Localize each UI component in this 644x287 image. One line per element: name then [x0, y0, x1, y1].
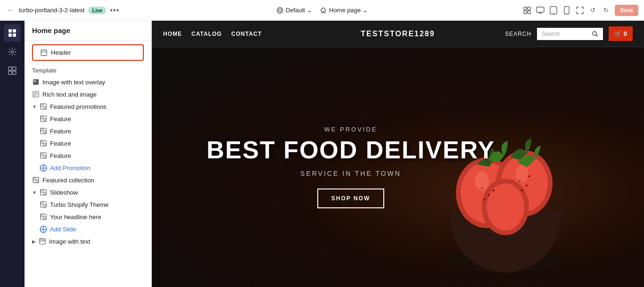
image-text-overlay-label: Image with text overlay — [42, 79, 105, 86]
sidebar-apps-icon[interactable] — [4, 62, 21, 79]
svg-rect-33 — [43, 107, 46, 109]
site-name: turbo-portland-3-2-latest — [19, 7, 84, 14]
svg-rect-17 — [13, 33, 16, 37]
sections-panel: Home page Header Template Image with tex… — [25, 21, 152, 287]
add-slide-button[interactable]: ⨁ Add Slide — [25, 223, 151, 235]
svg-rect-44 — [41, 153, 43, 156]
sidebar-item-feature-1[interactable]: Feature — [25, 113, 151, 125]
sidebar-item-feature-3[interactable]: Feature — [25, 137, 151, 149]
fullscreen-icon[interactable] — [575, 6, 585, 15]
search-placeholder: Search — [542, 31, 560, 37]
sidebar-item-feature-2[interactable]: Feature — [25, 125, 151, 137]
sidebar-item-slide-headline[interactable]: Your headline here — [25, 211, 151, 223]
sidebar-item-rich-text[interactable]: Rich text and image — [25, 88, 151, 100]
mobile-icon[interactable] — [562, 6, 571, 15]
featured-promotions-label: Featured promotions — [50, 103, 107, 110]
main-layout: Home page Header Template Image with tex… — [0, 21, 644, 287]
add-promotion-label: Add Promotion — [50, 164, 91, 172]
svg-rect-3 — [524, 7, 527, 10]
add-promotion-button[interactable]: ⨁ Add Promotion — [25, 162, 151, 174]
preview-area: HOME CATALOG CONTACT TESTSTORE1289 SEARC… — [152, 21, 644, 287]
slideshow-label: Slideshow — [50, 189, 78, 196]
svg-rect-51 — [43, 192, 46, 195]
sidebar-item-image-text-overlay[interactable]: Image with text overlay — [25, 76, 151, 88]
svg-rect-23 — [41, 50, 47, 56]
store-logo: TESTSTORE1289 — [361, 30, 435, 38]
image-with-text-label: Image with text — [49, 238, 90, 245]
feature-3-icon — [40, 139, 47, 147]
svg-rect-22 — [13, 71, 16, 74]
search-label: SEARCH — [505, 31, 531, 37]
nav-container: HOME CATALOG CONTACT TESTSTORE1289 SEARC… — [163, 26, 633, 41]
featured-promotions-icon — [40, 103, 47, 110]
svg-rect-39 — [43, 131, 46, 133]
tablet-icon[interactable] — [549, 6, 558, 15]
svg-rect-47 — [33, 178, 36, 180]
header-section-icon — [41, 49, 47, 56]
svg-point-11 — [553, 12, 554, 13]
more-options-icon[interactable]: ••• — [110, 6, 119, 15]
hero-content: WE PROVIDE BEST FOOD DELIVERY SERVICE IN… — [206, 126, 495, 208]
home-icon — [320, 7, 327, 14]
slideshow-icon — [40, 189, 47, 196]
svg-rect-35 — [41, 116, 43, 119]
svg-point-77 — [526, 185, 528, 187]
sidebar-sections-icon[interactable] — [4, 25, 21, 41]
default-selector[interactable]: Default ⌄ — [276, 7, 312, 14]
feature-4-label: Feature — [50, 152, 71, 159]
feature-1-label: Feature — [50, 115, 71, 123]
svg-rect-38 — [41, 129, 43, 131]
topbar: ← turbo-portland-3-2-latest Live ••• Def… — [0, 0, 644, 21]
nav-link-catalog[interactable]: CATALOG — [191, 31, 222, 37]
select-tool-icon[interactable] — [522, 6, 532, 15]
sidebar-item-featured-collection[interactable]: Featured collection — [25, 174, 151, 186]
topbar-center: Default ⌄ Home page ⌄ — [276, 7, 368, 14]
svg-rect-50 — [41, 190, 43, 192]
svg-rect-53 — [41, 202, 43, 205]
sidebar-item-image-with-text[interactable]: ▶ Image with text — [25, 235, 151, 247]
sidebar-item-featured-promotions[interactable]: ▼ Featured promotions — [25, 100, 151, 113]
desktop-icon[interactable] — [536, 6, 545, 15]
cart-button[interactable]: 🛒 0 — [609, 26, 633, 41]
feature-3-label: Feature — [50, 140, 71, 147]
slide-turbo-label: Turbo Shopify Theme — [50, 201, 108, 208]
save-button[interactable]: Save — [615, 5, 638, 16]
featured-collection-label: Featured collection — [42, 177, 94, 184]
featured-collection-icon — [32, 176, 40, 184]
svg-rect-57 — [43, 217, 46, 219]
store-nav-links: HOME CATALOG CONTACT — [163, 31, 262, 37]
store-nav: HOME CATALOG CONTACT TESTSTORE1289 SEARC… — [152, 21, 644, 47]
hero-section: WE PROVIDE BEST FOOD DELIVERY SERVICE IN… — [152, 47, 644, 287]
default-label: Default — [286, 7, 305, 14]
header-section-item[interactable]: Header — [32, 44, 144, 61]
shop-now-button[interactable]: SHOP NOW — [317, 189, 384, 208]
store-nav-right: SEARCH Search 🛒 0 — [505, 26, 633, 41]
svg-rect-56 — [41, 214, 43, 217]
svg-rect-36 — [43, 119, 46, 121]
page-selector[interactable]: Home page ⌄ — [320, 7, 368, 14]
svg-rect-42 — [43, 143, 46, 146]
live-badge: Live — [88, 7, 106, 14]
image-text-overlay-icon — [32, 78, 40, 86]
topbar-right: ↺ ↻ Save — [522, 5, 638, 16]
sidebar-item-feature-4[interactable]: Feature — [25, 149, 151, 162]
undo-icon[interactable]: ↺ — [588, 6, 598, 15]
sidebar-settings-icon[interactable] — [4, 43, 21, 60]
nav-link-home[interactable]: HOME — [163, 31, 182, 37]
redo-icon[interactable]: ↻ — [602, 6, 611, 15]
add-slide-icon: ⨁ — [40, 225, 47, 233]
hero-title: BEST FOOD DELIVERY — [206, 137, 495, 164]
sidebar-item-slideshow[interactable]: ▼ Slideshow — [25, 186, 151, 198]
nav-link-contact[interactable]: CONTACT — [231, 31, 262, 37]
panel-scroll[interactable]: Header Template Image with text overlay … — [25, 41, 151, 287]
rich-text-label: Rich text and image — [42, 91, 97, 98]
rich-text-icon — [32, 90, 40, 98]
search-box[interactable]: Search — [537, 28, 603, 40]
svg-rect-54 — [43, 205, 46, 207]
feature-2-icon — [40, 127, 47, 135]
svg-rect-41 — [41, 141, 43, 143]
sidebar-item-slide-turbo[interactable]: Turbo Shopify Theme — [25, 198, 151, 211]
svg-rect-14 — [8, 29, 12, 33]
icon-sidebar — [0, 21, 25, 287]
back-icon[interactable]: ← — [6, 6, 15, 15]
